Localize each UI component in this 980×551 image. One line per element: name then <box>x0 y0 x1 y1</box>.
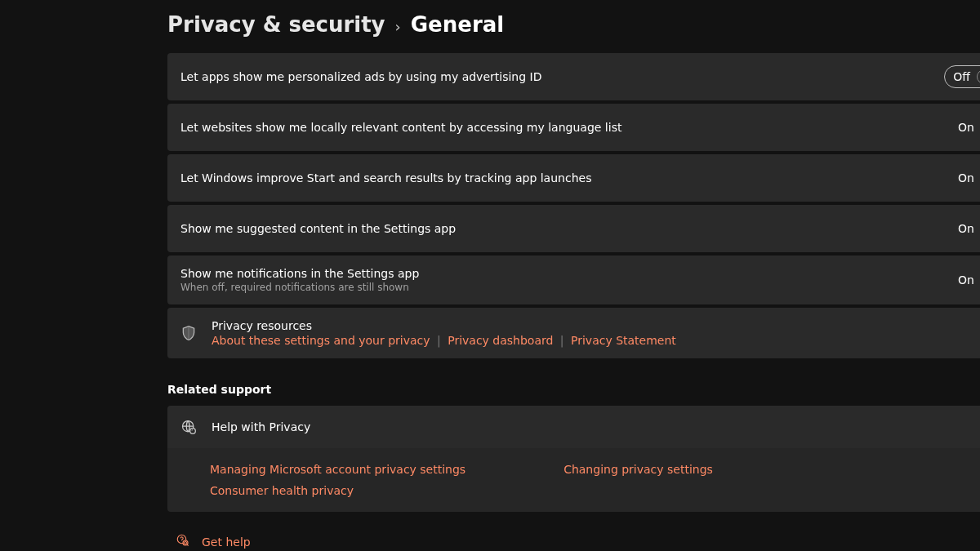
separator: | <box>560 334 564 347</box>
setting-row-language-list: Let websites show me locally relevant co… <box>167 104 980 151</box>
toggle-state-label: On <box>958 222 974 235</box>
link-consumer-health-privacy[interactable]: Consumer health privacy <box>210 484 466 497</box>
toggle-state-label: On <box>958 171 974 184</box>
setting-label: Let websites show me locally relevant co… <box>180 121 621 134</box>
setting-row-notifications: Show me notifications in the Settings ap… <box>167 256 980 304</box>
help-icon <box>176 533 190 550</box>
globe-help-icon <box>180 419 197 435</box>
get-help-link[interactable]: Get help <box>176 533 980 550</box>
link-managing-account-privacy[interactable]: Managing Microsoft account privacy setti… <box>210 463 466 476</box>
get-help-label: Get help <box>202 535 251 549</box>
setting-row-advertising-id: Let apps show me personalized ads by usi… <box>167 53 980 100</box>
breadcrumb-parent[interactable]: Privacy & security <box>167 12 385 37</box>
setting-label: Show me notifications in the Settings ap… <box>180 267 419 280</box>
link-privacy-statement[interactable]: Privacy Statement <box>571 334 676 347</box>
setting-label: Let apps show me personalized ads by usi… <box>180 70 541 83</box>
setting-row-suggested-content: Show me suggested content in the Setting… <box>167 205 980 252</box>
toggle-state-label: On <box>958 121 974 134</box>
link-privacy-dashboard[interactable]: Privacy dashboard <box>448 334 553 347</box>
privacy-resources-card: Privacy resources About these settings a… <box>167 308 980 358</box>
setting-sublabel: When off, required notifications are sti… <box>180 282 419 293</box>
toggle-state-label: Off <box>953 70 970 83</box>
svg-point-1 <box>190 429 196 434</box>
toggle-advertising-id[interactable]: Off <box>944 65 980 88</box>
help-with-privacy-body: Managing Microsoft account privacy setti… <box>167 448 980 512</box>
separator: | <box>437 334 441 347</box>
breadcrumb: Privacy & security › General <box>167 12 980 37</box>
related-support-heading: Related support <box>167 383 980 396</box>
privacy-resources-title: Privacy resources <box>212 319 676 332</box>
svg-point-3 <box>183 540 188 545</box>
breadcrumb-current: General <box>411 12 504 37</box>
shield-icon <box>180 324 197 342</box>
toggle-state-label: On <box>958 273 974 287</box>
setting-label: Show me suggested content in the Setting… <box>180 222 456 235</box>
link-changing-privacy-settings[interactable]: Changing privacy settings <box>564 463 713 476</box>
privacy-resources-links: About these settings and your privacy | … <box>212 334 676 347</box>
link-about-settings[interactable]: About these settings and your privacy <box>212 334 430 347</box>
setting-label: Let Windows improve Start and search res… <box>180 171 591 184</box>
toggle-switch-icon <box>977 69 980 84</box>
help-with-privacy-header[interactable]: Help with Privacy ︿ <box>167 406 980 448</box>
chevron-right-icon: › <box>395 18 401 35</box>
help-title: Help with Privacy <box>212 420 310 433</box>
setting-row-app-launches: Let Windows improve Start and search res… <box>167 154 980 202</box>
